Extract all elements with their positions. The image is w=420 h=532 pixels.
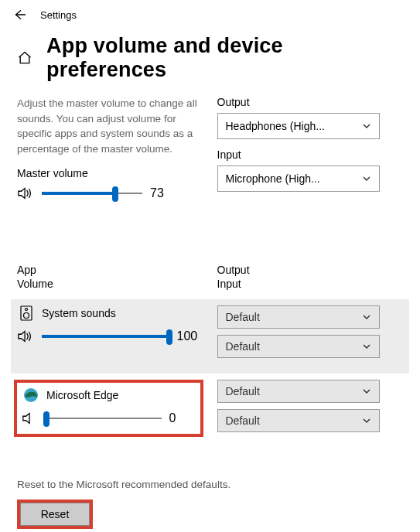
app-input-dropdown[interactable]: Default [217, 409, 380, 432]
chevron-down-icon [362, 121, 371, 131]
app-name: Microsoft Edge [46, 389, 118, 401]
app-output-dropdown[interactable]: Default [217, 380, 380, 403]
app-row-microsoft-edge: Microsoft Edge 0 [11, 373, 409, 448]
chevron-down-icon [362, 312, 371, 322]
speaker-icon[interactable] [17, 186, 34, 200]
output-device-value: Headphones (High... [226, 120, 325, 132]
highlight-box: Microsoft Edge 0 [14, 380, 203, 437]
app-volume-slider[interactable] [42, 329, 169, 344]
svg-point-4 [24, 312, 29, 318]
speaker-icon[interactable] [17, 329, 34, 343]
app-input-dropdown[interactable]: Default [217, 335, 380, 358]
highlight-box: Reset [17, 500, 93, 529]
app-output-value: Default [226, 311, 260, 323]
output-device-dropdown[interactable]: Headphones (High... [217, 113, 380, 139]
chevron-down-icon [362, 174, 371, 183]
output-label: Output [217, 96, 404, 108]
column-header-app: App [17, 263, 203, 277]
column-header-output: Output [217, 263, 404, 277]
description-text: Adjust the master volume to change all s… [17, 96, 203, 156]
input-label: Input [217, 148, 404, 161]
settings-label: Settings [40, 9, 77, 21]
input-device-dropdown[interactable]: Microphone (High... [217, 165, 380, 192]
app-row-system-sounds: System sounds 100 Default [11, 299, 409, 373]
master-volume-label: Master volume [17, 167, 203, 179]
column-header-volume: Volume [17, 277, 203, 291]
edge-icon [23, 387, 39, 403]
back-icon[interactable] [12, 8, 26, 22]
app-output-dropdown[interactable]: Default [217, 305, 380, 329]
input-device-value: Microphone (High... [226, 172, 320, 185]
master-volume-slider[interactable] [42, 186, 142, 201]
speaker-muted-icon[interactable] [22, 411, 39, 425]
chevron-down-icon [362, 387, 371, 396]
svg-marker-1 [19, 189, 25, 199]
svg-marker-7 [23, 413, 29, 423]
reset-description: Reset to the Microsoft recommended defau… [17, 479, 403, 490]
app-name: System sounds [42, 307, 116, 319]
page-title: App volume and device preferences [46, 34, 403, 82]
chevron-down-icon [362, 342, 371, 351]
chevron-down-icon [362, 416, 371, 425]
app-input-value: Default [226, 340, 260, 353]
app-output-value: Default [226, 385, 260, 397]
svg-marker-5 [19, 331, 25, 341]
app-volume-value: 0 [169, 411, 196, 425]
app-input-value: Default [226, 414, 260, 427]
home-icon[interactable] [17, 50, 32, 66]
app-volume-value: 100 [177, 329, 203, 343]
app-volume-slider[interactable] [46, 411, 162, 426]
svg-point-3 [26, 308, 28, 310]
system-sounds-icon [19, 305, 34, 321]
column-header-input: Input [217, 277, 404, 291]
master-volume-value: 73 [150, 186, 176, 200]
reset-button[interactable]: Reset [20, 503, 90, 526]
